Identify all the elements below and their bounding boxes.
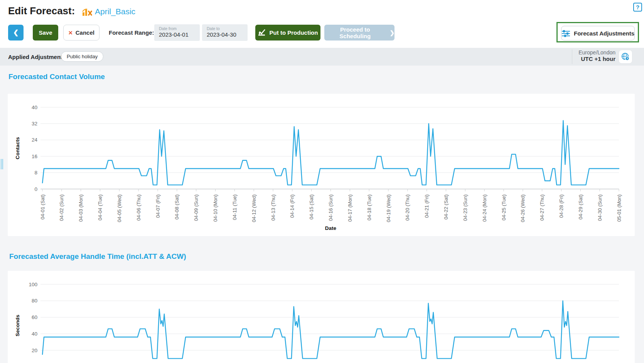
svg-text:40: 40 — [32, 105, 37, 110]
svg-text:04-22 (Sat): 04-22 (Sat) — [443, 194, 449, 219]
forecast-name-link[interactable]: April_Basic — [95, 7, 135, 16]
forecast-chart-icon — [82, 7, 93, 18]
svg-text:60: 60 — [32, 314, 37, 320]
svg-text:04-19 (Wed): 04-19 (Wed) — [386, 194, 391, 222]
svg-text:20: 20 — [32, 348, 37, 353]
svg-text:40: 40 — [32, 331, 37, 337]
svg-text:Date: Date — [325, 225, 337, 231]
timezone-region: Europe/London — [578, 49, 615, 56]
svg-text:80: 80 — [32, 298, 37, 304]
svg-text:04-03 (Mon): 04-03 (Mon) — [78, 194, 84, 222]
sliders-icon — [561, 30, 570, 37]
contact-volume-card: 0816243240Contacts04-01 (Sat)04-02 (Sun)… — [8, 94, 635, 236]
svg-text:04-08 (Sat): 04-08 (Sat) — [174, 194, 180, 219]
svg-text:04-07 (Fri): 04-07 (Fri) — [155, 194, 161, 218]
date-to-value: 2023-04-30 — [207, 31, 243, 38]
contact-volume-chart[interactable]: 0816243240Contacts04-01 (Sat)04-02 (Sun)… — [8, 94, 635, 236]
svg-text:04-20 (Thu): 04-20 (Thu) — [405, 194, 410, 221]
svg-text:05-01 (Mon): 05-01 (Mon) — [616, 194, 622, 222]
proceed-to-scheduling-button[interactable]: Proceed to Scheduling ❯ — [324, 25, 394, 41]
put-to-production-button[interactable]: Put to Production — [255, 25, 320, 41]
date-from-caption: Date from — [159, 26, 195, 31]
svg-text:24: 24 — [32, 137, 38, 143]
adjustment-chip-public-holiday[interactable]: Public holiday — [61, 51, 103, 62]
forecast-range-label: Forecast Range: — [109, 29, 154, 36]
svg-text:100: 100 — [29, 282, 37, 287]
svg-text:04-27 (Thu): 04-27 (Thu) — [539, 194, 545, 221]
date-to-field[interactable]: Date to 2023-04-30 — [202, 24, 248, 41]
svg-text:Contacts: Contacts — [15, 137, 20, 159]
back-button[interactable]: ❮ — [8, 25, 24, 41]
svg-text:0: 0 — [34, 186, 37, 192]
globe-icon — [621, 52, 630, 61]
svg-text:04-02 (Sun): 04-02 (Sun) — [59, 194, 64, 221]
svg-text:04-14 (Fri): 04-14 (Fri) — [289, 194, 295, 218]
divider — [572, 49, 572, 64]
svg-text:04-17 (Mon): 04-17 (Mon) — [347, 194, 353, 222]
chevron-left-icon: ❮ — [13, 29, 19, 37]
svg-text:04-15 (Sat): 04-15 (Sat) — [309, 194, 314, 219]
x-icon: ✕ — [68, 30, 73, 36]
svg-text:04-25 (Tue): 04-25 (Tue) — [501, 194, 507, 220]
save-button[interactable]: Save — [33, 25, 58, 41]
production-chart-check-icon — [258, 29, 266, 36]
svg-text:16: 16 — [32, 154, 37, 159]
svg-text:04-28 (Fri): 04-28 (Fri) — [558, 194, 564, 218]
aht-chart[interactable]: 20406080100Seconds04-01 (Sat)04-02 (Sun)… — [8, 271, 635, 363]
applied-adjustments-label: Applied Adjustments: — [8, 54, 67, 60]
svg-text:04-11 (Tue): 04-11 (Tue) — [232, 194, 238, 220]
help-button[interactable]: ? — [633, 3, 642, 12]
svg-text:04-04 (Tue): 04-04 (Tue) — [97, 194, 103, 220]
svg-text:04-01 (Sat): 04-01 (Sat) — [40, 194, 46, 219]
svg-text:04-05 (Wed): 04-05 (Wed) — [116, 194, 122, 222]
applied-adjustments-bar: Applied Adjustments: Public holiday Euro… — [0, 48, 644, 66]
page-header: Edit Forecast: April_Basic ? ❮ Save ✕ Ca… — [0, 0, 644, 48]
svg-text:04-21 (Fri): 04-21 (Fri) — [424, 194, 430, 218]
side-panel-drag-handle[interactable] — [1, 159, 4, 169]
svg-text:04-06 (Thu): 04-06 (Thu) — [136, 194, 142, 221]
date-to-caption: Date to — [207, 26, 243, 31]
svg-text:04-30 (Sun): 04-30 (Sun) — [597, 194, 603, 221]
svg-text:04-16 (Sun): 04-16 (Sun) — [328, 194, 334, 221]
date-from-value: 2023-04-01 — [159, 31, 195, 38]
aht-card: 20406080100Seconds04-01 (Sat)04-02 (Sun)… — [8, 271, 635, 363]
question-mark-icon: ? — [636, 4, 639, 10]
contact-volume-title: Forecasted Contact Volume — [8, 73, 105, 81]
svg-text:04-26 (Wed): 04-26 (Wed) — [520, 194, 526, 222]
timezone-offset: UTC +1 hour — [578, 56, 615, 62]
svg-text:04-29 (Sat): 04-29 (Sat) — [578, 194, 583, 219]
svg-text:04-10 (Mon): 04-10 (Mon) — [212, 194, 218, 222]
svg-text:04-13 (Thu): 04-13 (Thu) — [270, 194, 276, 221]
cancel-button[interactable]: ✕ Cancel — [63, 25, 99, 41]
forecast-adjustments-label: Forecast Adjustments — [574, 30, 634, 37]
svg-text:04-18 (Tue): 04-18 (Tue) — [366, 194, 372, 220]
date-from-field[interactable]: Date from 2023-04-01 — [154, 24, 200, 41]
aht-title: Forecasted Average Handle Time (incl.ATT… — [9, 252, 186, 261]
svg-text:Seconds: Seconds — [15, 315, 20, 336]
proceed-label: Proceed to Scheduling — [324, 26, 386, 39]
put-to-production-label: Put to Production — [270, 29, 318, 36]
svg-text:8: 8 — [34, 170, 37, 176]
svg-text:04-24 (Mon): 04-24 (Mon) — [482, 194, 487, 222]
timezone-globe-button[interactable] — [619, 50, 632, 64]
page-title: Edit Forecast: — [8, 5, 75, 17]
chevron-right-icon: ❯ — [389, 29, 394, 36]
svg-text:04-12 (Wed): 04-12 (Wed) — [251, 194, 257, 222]
svg-text:32: 32 — [32, 121, 37, 127]
svg-text:04-09 (Sun): 04-09 (Sun) — [193, 194, 199, 221]
timezone-info: Europe/London UTC +1 hour — [578, 49, 615, 62]
svg-text:04-23 (Sun): 04-23 (Sun) — [462, 194, 468, 221]
cancel-label: Cancel — [76, 29, 94, 36]
forecast-adjustments-button[interactable]: Forecast Adjustments — [561, 26, 635, 41]
